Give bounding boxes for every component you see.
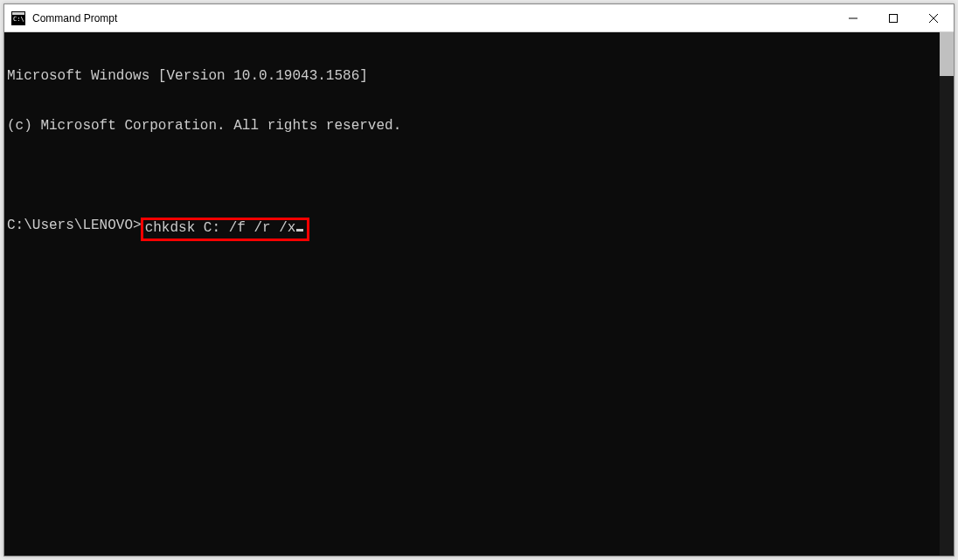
typed-command: chkdsk C: /f /r /x [145,220,296,237]
text-cursor [296,229,303,232]
window-title: Command Prompt [32,12,833,24]
blank-line [7,168,940,184]
command-highlight: chkdsk C: /f /r /x [141,218,310,241]
close-button[interactable] [913,4,954,31]
scrollbar-thumb[interactable] [940,32,954,76]
minimize-icon [849,14,857,23]
close-icon [929,14,938,23]
svg-rect-1 [12,12,24,15]
window-controls [833,4,954,31]
prompt-line: C:\Users\LENOVO>chkdsk C: /f /r /x [7,218,940,241]
output-line: (c) Microsoft Corporation. All rights re… [7,118,940,135]
svg-rect-5 [890,14,898,22]
app-icon: C:\ [11,11,25,25]
minimize-button[interactable] [833,4,873,31]
terminal[interactable]: Microsoft Windows [Version 10.0.19043.15… [4,32,940,556]
vertical-scrollbar[interactable] [940,32,954,556]
terminal-wrap: Microsoft Windows [Version 10.0.19043.15… [4,32,954,556]
output-line: Microsoft Windows [Version 10.0.19043.15… [7,68,940,85]
maximize-icon [889,14,898,23]
command-prompt-window: C:\ Command Prompt [3,3,955,557]
prompt-path: C:\Users\LENOVO> [7,218,142,234]
maximize-button[interactable] [873,4,913,31]
titlebar[interactable]: C:\ Command Prompt [4,4,954,32]
svg-text:C:\: C:\ [13,16,24,23]
